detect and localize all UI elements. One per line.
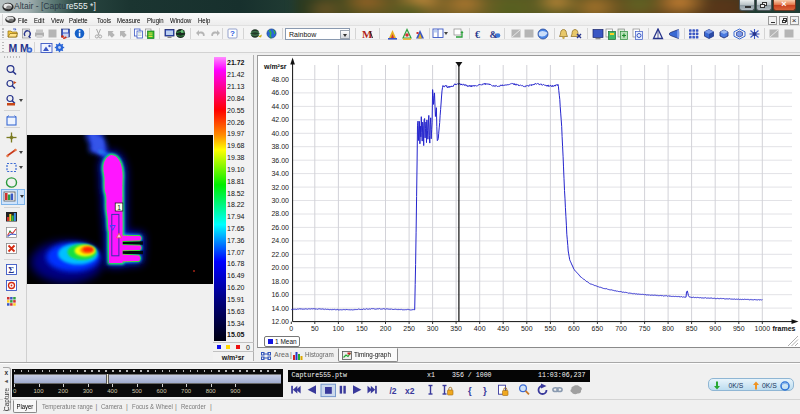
- svg-text:500: 500: [521, 325, 533, 332]
- svg-text:36.00: 36.00: [271, 157, 289, 164]
- svg-text:26.00: 26.00: [271, 224, 289, 231]
- svg-text:w/m²sr: w/m²sr: [263, 63, 287, 70]
- svg-text:50: 50: [311, 325, 319, 332]
- svg-text:900: 900: [709, 325, 721, 332]
- svg-text:300: 300: [427, 325, 439, 332]
- svg-text:44.00: 44.00: [271, 103, 289, 110]
- svg-text:38.00: 38.00: [271, 143, 289, 150]
- svg-text:1000: 1000: [755, 325, 771, 332]
- svg-text:24.00: 24.00: [271, 237, 289, 244]
- svg-text:42.00: 42.00: [271, 116, 289, 123]
- svg-text:950: 950: [733, 325, 745, 332]
- svg-text:18.00: 18.00: [271, 278, 289, 285]
- svg-text:46.00: 46.00: [271, 89, 289, 96]
- svg-text:M: M: [8, 42, 17, 54]
- svg-text:20.00: 20.00: [271, 264, 289, 271]
- svg-text:1: 1: [117, 204, 121, 211]
- svg-text:150: 150: [356, 325, 368, 332]
- svg-text:€: €: [475, 29, 480, 40]
- svg-text:/2: /2: [390, 386, 397, 396]
- svg-text:34.00: 34.00: [271, 170, 289, 177]
- svg-text:16.00: 16.00: [271, 291, 289, 298]
- svg-text:850: 850: [686, 325, 698, 332]
- svg-text:28.00: 28.00: [271, 210, 289, 217]
- svg-text:800: 800: [662, 325, 674, 332]
- svg-text:Σ: Σ: [8, 265, 14, 275]
- svg-text:250: 250: [403, 325, 415, 332]
- svg-text:400: 400: [474, 325, 486, 332]
- svg-text:14.00: 14.00: [271, 305, 289, 312]
- svg-text:?: ?: [230, 29, 235, 38]
- svg-text:200: 200: [380, 325, 392, 332]
- svg-text:550: 550: [545, 325, 557, 332]
- svg-text:600: 600: [568, 325, 580, 332]
- svg-text:650: 650: [592, 325, 604, 332]
- svg-text:x2: x2: [405, 386, 415, 396]
- svg-text:350: 350: [450, 325, 462, 332]
- svg-text:40.00: 40.00: [271, 130, 289, 137]
- svg-text:48.00: 48.00: [271, 76, 289, 83]
- svg-text:700: 700: [615, 325, 627, 332]
- svg-text:450: 450: [497, 325, 509, 332]
- svg-text:32.00: 32.00: [271, 184, 289, 191]
- svg-text:30.00: 30.00: [271, 197, 289, 204]
- svg-text:22.00: 22.00: [271, 251, 289, 258]
- svg-text:}: }: [483, 385, 487, 396]
- svg-text:{: {: [468, 385, 472, 396]
- svg-text:12.00: 12.00: [271, 318, 289, 325]
- svg-text:750: 750: [639, 325, 651, 332]
- svg-text:0: 0: [289, 325, 293, 332]
- svg-text:100: 100: [333, 325, 345, 332]
- svg-text:frames: frames: [773, 325, 796, 332]
